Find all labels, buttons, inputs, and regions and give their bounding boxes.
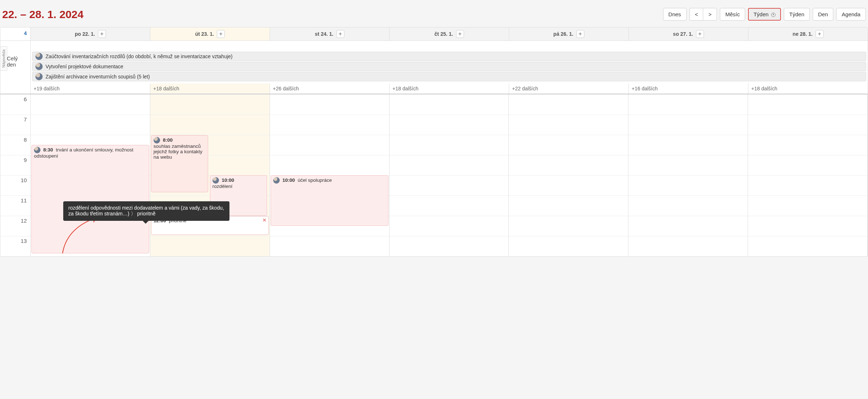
add-event-button[interactable]: + (217, 30, 225, 38)
event-title: prioritně (169, 218, 186, 223)
allday-event-title: Zaúčtování inventarizačních rozdílů (do … (46, 53, 233, 59)
day-column-mon[interactable]: 8:30 trvání a ukončení smlouvy, možnost … (31, 94, 150, 256)
hour-label: 7 (0, 115, 30, 135)
allday-more-link[interactable]: +16 dalších (629, 83, 748, 94)
agenda-view-button[interactable]: Agenda (836, 8, 866, 21)
calendar: 4 po 22. 1. + út 23. 1. + st 24. 1. + čt… (0, 27, 868, 257)
event-title: souhlas zaměstnanců jejichž fotky a kont… (154, 143, 202, 160)
avatar (154, 137, 160, 143)
allday-event-title: Vytvoření projektové dokumentace (46, 64, 123, 69)
day-column-sat[interactable] (628, 94, 748, 256)
avatar (34, 147, 40, 153)
close-icon[interactable]: ✕ (262, 218, 267, 223)
day-header-tue[interactable]: út 23. 1. + (150, 27, 270, 40)
month-view-button[interactable]: Měsíc (720, 8, 745, 21)
add-event-button[interactable]: + (336, 30, 344, 38)
allday-more-link[interactable]: +18 dalších (150, 83, 270, 94)
day-column-wed[interactable]: 10:00 účel spolupráce (270, 94, 390, 256)
allday-more-link[interactable]: +22 dalších (509, 83, 629, 94)
timed-event[interactable]: 12:00 prioritně ✕ (151, 216, 269, 235)
add-event-button[interactable]: + (816, 30, 824, 38)
event-time: 12:00 (154, 218, 166, 223)
day-column-sun[interactable] (748, 94, 868, 256)
add-event-button[interactable]: + (576, 30, 584, 38)
avatar (273, 177, 280, 184)
avatar (35, 63, 43, 70)
day-header-row: 4 po 22. 1. + út 23. 1. + st 24. 1. + čt… (0, 27, 868, 41)
day-header-fri[interactable]: pá 26. 1. + (509, 27, 629, 40)
allday-event-title: Zajištění archivace inventurních soupisů… (46, 74, 150, 80)
help-tab[interactable]: Nápověda (0, 46, 7, 71)
event-title: účel spolupráce (298, 177, 332, 183)
hour-label: 9 (0, 155, 30, 175)
week-clock-view-button[interactable]: Týden (748, 8, 781, 21)
allday-event[interactable]: Vytvoření projektové dokumentace (32, 62, 866, 71)
timed-event[interactable]: 10:00 rozdělení (210, 175, 267, 216)
day-label: út 23. 1. (195, 31, 214, 37)
day-column-tue[interactable]: 8:00 souhlas zaměstnanců jejichž fotky a… (150, 94, 270, 256)
day-label: čt 25. 1. (434, 31, 453, 37)
today-button[interactable]: Dnes (663, 8, 687, 21)
avatar (35, 53, 43, 60)
timed-event[interactable]: 10:00 účel spolupráce (271, 175, 388, 226)
prev-button[interactable]: < (689, 8, 703, 21)
timed-event[interactable]: 8:00 souhlas zaměstnanců jejichž fotky a… (151, 135, 208, 192)
hour-label: 10 (0, 175, 30, 196)
event-title: rozdělení (212, 184, 233, 189)
date-range-title: 22. – 28. 1. 2024 (2, 8, 83, 21)
add-event-button[interactable]: + (98, 30, 106, 38)
hour-label: 8 (0, 135, 30, 155)
time-grid: 6 7 8 9 10 11 12 13 8:30 trvání a ukonče… (0, 94, 868, 256)
timed-event[interactable]: 8:30 trvání a ukončení smlouvy, možnost … (31, 145, 149, 253)
view-toolbar: Dnes < > Měsíc Týden Týden Den Agenda (663, 8, 866, 21)
clock-icon (771, 13, 775, 17)
allday-event[interactable]: Zaúčtování inventarizačních rozdílů (do … (32, 52, 866, 61)
event-time: 8:30 (43, 147, 53, 153)
avatar (212, 177, 219, 184)
event-time: 10:00 (282, 177, 295, 183)
event-time: 10:00 (222, 177, 235, 183)
time-gutter: 6 7 8 9 10 11 12 13 (0, 94, 31, 256)
week-view-button[interactable]: Týden (784, 8, 810, 21)
hour-label: 12 (0, 216, 30, 236)
day-header-sun[interactable]: ne 28. 1. + (748, 27, 868, 40)
next-button[interactable]: > (703, 8, 717, 21)
hour-label: 11 (0, 196, 30, 216)
day-header-thu[interactable]: čt 25. 1. + (390, 27, 509, 40)
allday-more-link[interactable]: +26 dalších (270, 83, 390, 94)
day-column-thu[interactable] (390, 94, 509, 256)
day-header-wed[interactable]: st 24. 1. + (270, 27, 390, 40)
day-label: po 22. 1. (75, 31, 95, 37)
add-event-button[interactable]: + (456, 30, 464, 38)
day-label: pá 26. 1. (553, 31, 573, 37)
allday-event[interactable]: Zajištění archivace inventurních soupisů… (32, 72, 866, 81)
day-view-button[interactable]: Den (813, 8, 834, 21)
allday-more-link[interactable]: +19 dalších (31, 83, 150, 94)
day-header-mon[interactable]: po 22. 1. + (31, 27, 150, 40)
allday-more-link[interactable]: +18 dalších (748, 83, 868, 94)
event-time: 8:00 (163, 137, 173, 143)
week-clock-label: Týden (753, 11, 769, 17)
avatar (35, 73, 43, 80)
day-label: ne 28. 1. (792, 31, 812, 37)
hour-label: 13 (0, 236, 30, 256)
allday-more-link[interactable]: +18 dalších (390, 83, 509, 94)
allday-row: Celý den Zaúčtování inventarizačních roz… (0, 41, 868, 94)
week-number: 4 (0, 27, 31, 40)
day-label: st 24. 1. (315, 31, 333, 37)
day-column-fri[interactable] (509, 94, 628, 256)
hour-label: 6 (0, 94, 30, 115)
nav-button-group: < > (689, 8, 717, 21)
day-label: so 27. 1. (673, 31, 693, 37)
day-header-sat[interactable]: so 27. 1. + (629, 27, 748, 40)
add-event-button[interactable]: + (696, 30, 704, 38)
